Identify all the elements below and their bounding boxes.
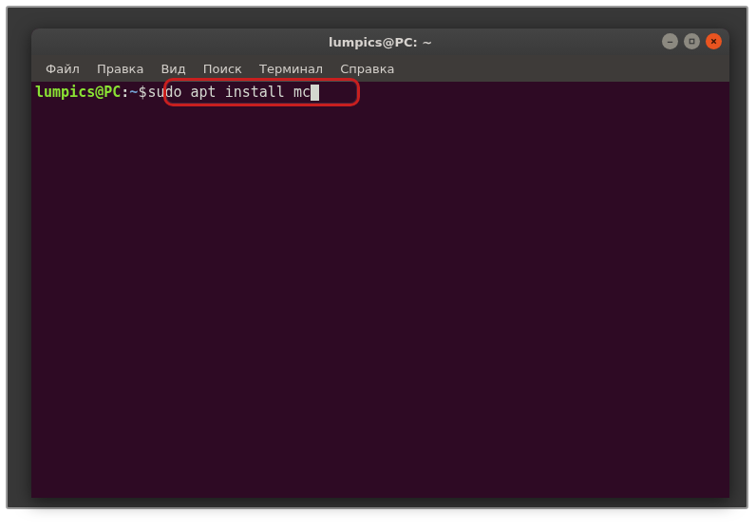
prompt-path: ~ [129,83,138,102]
maximize-icon [688,37,696,46]
close-button[interactable] [706,33,722,49]
menubar: Файл Правка Вид Поиск Терминал Справка [31,55,729,82]
close-icon [709,37,718,46]
titlebar[interactable]: lumpics@PC: ~ [31,28,729,55]
minimize-button[interactable] [662,33,678,49]
maximize-button[interactable] [684,33,700,49]
menu-terminal[interactable]: Терминал [251,58,331,80]
prompt-dollar: $ [138,83,146,102]
menu-edit[interactable]: Правка [88,58,152,80]
command-wrap: sudo apt install mc [147,83,319,102]
menu-search[interactable]: Поиск [195,58,251,80]
menu-help[interactable]: Справка [331,58,403,80]
svg-rect-1 [690,39,694,44]
prompt-line: lumpics@PC:~$ sudo apt install mc [31,82,729,102]
window-title: lumpics@PC: ~ [329,35,432,49]
window-controls [662,33,722,49]
prompt-user: lumpics@PC [35,83,121,102]
terminal-area[interactable]: lumpics@PC:~$ sudo apt install mc [31,82,729,498]
cursor-block [311,85,319,101]
menu-view[interactable]: Вид [152,58,194,80]
prompt-colon: : [121,83,129,102]
command-text: sudo apt install mc [147,84,311,101]
menu-file[interactable]: Файл [37,58,88,80]
terminal-window: lumpics@PC: ~ Файл Правка Вид Поиск Терм… [31,28,729,498]
screenshot-frame: lumpics@PC: ~ Файл Правка Вид Поиск Терм… [6,6,748,509]
minimize-icon [666,37,674,46]
